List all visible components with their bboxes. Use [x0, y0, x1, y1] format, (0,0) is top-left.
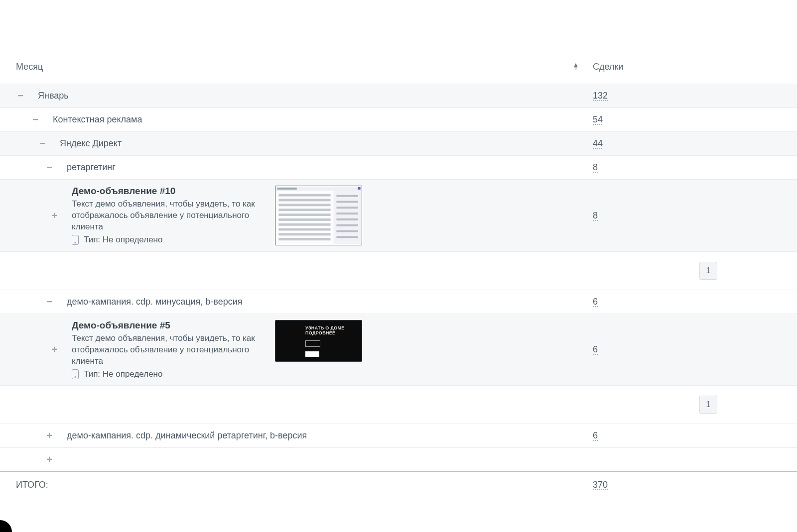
- svg-rect-11: [278, 223, 330, 226]
- svg-rect-13: [278, 233, 330, 235]
- svg-rect-20: [336, 224, 358, 226]
- ad-thumbnail: УЗНАТЬ О ДОМЕ ПОДРОБНЕЕ: [275, 320, 362, 362]
- pagination: 1: [0, 251, 797, 290]
- svg-rect-19: [336, 218, 358, 220]
- row-partial: [0, 447, 797, 471]
- svg-rect-15: [336, 195, 358, 197]
- row-ad-5[interactable]: Демо-объявление #5 Текст демо объявления…: [0, 314, 797, 385]
- collapse-icon[interactable]: [45, 298, 54, 307]
- row-label: Январь: [38, 91, 69, 101]
- expand-icon[interactable]: [45, 431, 54, 440]
- collapse-icon[interactable]: [31, 115, 40, 124]
- column-header-month[interactable]: Месяц: [16, 62, 43, 72]
- svg-rect-17: [336, 207, 358, 209]
- svg-rect-18: [336, 213, 358, 214]
- ad-type-label: Тип: Не определено: [84, 369, 162, 379]
- collapse-icon[interactable]: [38, 139, 47, 148]
- row-january[interactable]: Январь 132: [0, 84, 797, 107]
- svg-rect-10: [278, 218, 330, 221]
- svg-rect-7: [278, 204, 330, 206]
- device-icon: [72, 235, 79, 245]
- collapse-icon[interactable]: [45, 163, 54, 172]
- total-label: ИТОГО:: [16, 480, 48, 490]
- row-label: Контекстная реклама: [53, 114, 142, 125]
- banner-text-line: УЗНАТЬ О ДОМЕ: [305, 325, 362, 330]
- total-row: ИТОГО: 370: [0, 471, 797, 498]
- ad-title: Демо-объявление #5: [72, 320, 261, 331]
- svg-rect-14: [278, 238, 330, 240]
- table-header-row: Месяц ▲▼ Сделки: [0, 60, 797, 84]
- svg-rect-6: [278, 199, 330, 202]
- svg-rect-5: [278, 194, 330, 197]
- row-value[interactable]: 8: [593, 211, 598, 220]
- row-label: демо-кампания. cdp. динамический ретарге…: [67, 430, 307, 441]
- row-value[interactable]: 44: [593, 138, 603, 148]
- row-context-ads[interactable]: Контекстная реклама 54: [0, 107, 797, 131]
- device-icon: [72, 369, 79, 379]
- page-button[interactable]: 1: [699, 396, 717, 414]
- row-value[interactable]: 6: [593, 297, 598, 307]
- svg-rect-22: [336, 236, 358, 238]
- row-retargeting[interactable]: ретаргетинг 8: [0, 155, 797, 179]
- ad-description: Текст демо объявления, чтобы увидеть, то…: [72, 333, 261, 367]
- row-value[interactable]: 132: [593, 91, 608, 101]
- page-button[interactable]: 1: [699, 262, 717, 280]
- row-value[interactable]: 8: [593, 162, 598, 172]
- row-ad-10[interactable]: Демо-объявление #10 Текст демо объявлени…: [0, 179, 797, 251]
- thumbnail-preview-icon: [275, 186, 362, 245]
- report-table: Месяц ▲▼ Сделки Январь 132 Контекстная р…: [0, 0, 797, 498]
- svg-rect-8: [278, 209, 330, 211]
- pagination: 1: [0, 385, 797, 424]
- svg-rect-1: [277, 188, 296, 190]
- banner-text-line: ПОДРОБНЕЕ: [305, 330, 362, 335]
- svg-rect-12: [278, 228, 330, 231]
- row-campaign-dyn[interactable]: демо-кампания. cdp. динамический ретарге…: [0, 424, 797, 447]
- row-yandex-direct[interactable]: Яндекс Директ 44: [0, 131, 797, 155]
- expand-icon[interactable]: [50, 211, 59, 220]
- sort-icon[interactable]: ▲▼: [573, 63, 579, 70]
- row-label: ретаргетинг: [67, 162, 116, 173]
- expand-icon[interactable]: [50, 345, 59, 354]
- row-campaign-minus[interactable]: демо-кампания. cdp. минусация, b-версия …: [0, 290, 797, 314]
- ad-type-label: Тип: Не определено: [84, 235, 162, 245]
- ad-thumbnail: [275, 186, 362, 245]
- row-value[interactable]: 6: [593, 430, 598, 440]
- total-value[interactable]: 370: [593, 480, 608, 490]
- svg-rect-21: [336, 230, 358, 232]
- svg-rect-9: [278, 213, 330, 216]
- banner-button-solid: [305, 351, 319, 357]
- collapse-icon[interactable]: [16, 92, 25, 101]
- expand-icon[interactable]: [45, 455, 54, 464]
- ad-description: Текст демо объявления, чтобы увидеть, то…: [72, 199, 261, 233]
- row-value[interactable]: 54: [593, 114, 603, 124]
- svg-rect-2: [358, 187, 361, 190]
- ad-title: Демо-объявление #10: [72, 186, 261, 197]
- row-value[interactable]: 6: [593, 344, 598, 354]
- corner-decoration: [0, 520, 12, 532]
- row-label: Яндекс Директ: [60, 138, 122, 149]
- svg-rect-16: [336, 201, 358, 203]
- row-label: демо-кампания. cdp. минусация, b-версия: [67, 297, 243, 307]
- column-header-deals[interactable]: Сделки: [593, 62, 623, 72]
- banner-button-outline: [305, 340, 320, 347]
